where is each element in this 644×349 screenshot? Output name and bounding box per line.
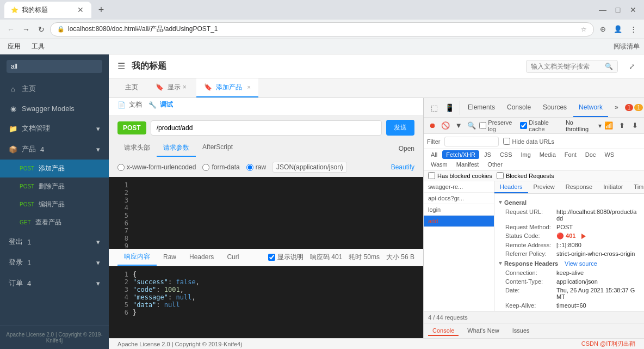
settings-btn[interactable]: ⋮ (627, 23, 640, 36)
dt-tab-more[interactable]: » (609, 98, 624, 117)
ft-img[interactable]: Img (517, 150, 535, 159)
preserve-log-cb[interactable]: Preserve log (479, 119, 518, 132)
dbb-whats-new-btn[interactable]: What's New (463, 326, 503, 336)
ft-ws[interactable]: WS (600, 150, 618, 159)
search-network-btn[interactable]: 🔍 (466, 120, 477, 132)
bookmark-star-icon[interactable]: ☆ (581, 26, 587, 33)
export-btn[interactable]: ⬇ (629, 120, 641, 132)
sidebar-item-view-product[interactable]: GET 查看产品 (0, 213, 109, 231)
resp-headers-section-header[interactable]: ▾ Response Headers View source (499, 258, 640, 268)
net-req-login[interactable]: login (424, 204, 494, 216)
option-raw[interactable]: raw (246, 163, 266, 171)
ft-other[interactable]: Other (484, 160, 506, 169)
sidebar-item-home[interactable]: ⌂ 主页 (0, 78, 109, 99)
req-tab-afterscript[interactable]: AfterScript (196, 140, 239, 157)
resp-headers-view-source[interactable]: View source (565, 260, 597, 267)
sidebar-search-input[interactable] (7, 60, 102, 73)
rd-tab-initiator[interactable]: Initiator (598, 181, 628, 193)
clear-btn[interactable]: 🚫 (440, 120, 451, 132)
ft-wasm[interactable]: Wasm (427, 160, 451, 169)
tab-add-product[interactable]: 🔖 添加产品 × (196, 78, 258, 97)
profile-btn[interactable]: 👤 (611, 23, 624, 36)
reload-btn[interactable]: ↻ (35, 23, 48, 36)
sidebar-item-edit-product[interactable]: POST 编辑产品 (0, 195, 109, 213)
bookmark-tools[interactable]: 工具 (28, 41, 48, 52)
rd-tab-timing[interactable]: Timing (628, 181, 644, 193)
import-btn[interactable]: ⬆ (616, 120, 628, 132)
tab-show[interactable]: 🔖 显示 × (148, 78, 194, 97)
ft-js[interactable]: JS (480, 150, 495, 159)
sidebar-item-delete-product[interactable]: POST 删除产品 (0, 177, 109, 195)
sidebar-item-add-product[interactable]: POST 添加产品 (0, 160, 109, 177)
ft-all[interactable]: All (427, 150, 441, 159)
sidebar-item-logout[interactable]: 登出 1 ▾ (0, 231, 109, 252)
resp-tab-headers[interactable]: Headers (183, 250, 220, 265)
show-desc-checkbox[interactable]: 显示说明 (268, 253, 304, 262)
throttle-dropdown-icon[interactable]: ▾ (598, 122, 602, 130)
section-debug-label[interactable]: 🔧 调试 (148, 100, 173, 109)
sidebar-item-login[interactable]: 登录 1 ▾ (0, 252, 109, 273)
record-btn[interactable]: ⏺ (427, 120, 438, 132)
ft-fetch-xhr[interactable]: Fetch/XHR (442, 150, 479, 159)
net-req-add[interactable]: add (424, 216, 494, 227)
rd-tab-preview[interactable]: Preview (528, 181, 560, 193)
search-icon[interactable]: 🔍 (605, 63, 613, 70)
general-section-header[interactable]: ▾ General (499, 197, 640, 207)
expand-icon[interactable]: ⤢ (629, 62, 635, 71)
ft-css[interactable]: CSS (496, 150, 516, 159)
device-btn[interactable]: 📱 (442, 101, 456, 115)
new-tab-btn[interactable]: + (94, 2, 109, 17)
send-button[interactable]: 发送 (386, 120, 414, 136)
request-body-editor[interactable]: 1 2 3 4 5 6 7 8 9 10 (109, 177, 423, 249)
forward-btn[interactable]: → (20, 23, 33, 36)
restore-btn[interactable]: □ (611, 3, 624, 16)
dbb-issues-btn[interactable]: Issues (508, 326, 534, 336)
close-browser-btn[interactable]: ✕ (627, 3, 640, 16)
resp-tab-raw[interactable]: Raw (157, 250, 183, 265)
net-req-swagger[interactable]: swagger-re... (424, 181, 494, 193)
resp-tab-curl[interactable]: Curl (220, 250, 245, 265)
tab-add-close[interactable]: × (247, 84, 250, 90)
net-req-api-docs[interactable]: api-docs?gr... (424, 193, 494, 204)
resp-tab-content[interactable]: 响应内容 (117, 249, 157, 266)
rd-tab-headers[interactable]: Headers (494, 181, 528, 193)
option-formdata[interactable]: form-data (202, 163, 239, 171)
dt-tab-elements[interactable]: Elements (462, 98, 500, 117)
filter-btn[interactable]: ▼ (453, 120, 464, 132)
filter-input[interactable] (444, 137, 499, 146)
sidebar-item-swagger[interactable]: ◉ Swagger Models (0, 99, 109, 118)
online-icon[interactable]: 📶 (603, 120, 615, 132)
rd-tab-response[interactable]: Response (560, 181, 598, 193)
ft-font[interactable]: Font (561, 150, 580, 159)
beautify-btn[interactable]: Beautify (391, 163, 414, 171)
ft-manifest[interactable]: Manifest (453, 160, 483, 169)
section-doc-label[interactable]: 📄 文档 (117, 100, 142, 109)
dt-tab-network[interactable]: Network (573, 98, 608, 117)
browser-tab[interactable]: ⭐ 我的标题 ✕ (4, 2, 91, 18)
dt-tab-sources[interactable]: Sources (537, 98, 572, 117)
inspect-btn[interactable]: ⬚ (427, 101, 441, 115)
has-blocked-cookies-cb[interactable]: Has blocked cookies (428, 172, 492, 179)
tab-show-close[interactable]: × (183, 83, 187, 91)
blocked-requests-cb[interactable]: Blocked Requests (497, 172, 554, 179)
bookmark-apps[interactable]: 应用 (4, 41, 24, 52)
header-search-input[interactable] (531, 63, 602, 70)
hide-data-urls-cb[interactable]: Hide data URLs (503, 138, 554, 145)
minimize-btn[interactable]: — (596, 3, 609, 16)
ft-doc[interactable]: Doc (581, 150, 600, 159)
tab-home[interactable]: 主页 (117, 78, 146, 97)
sidebar-item-doc-mgmt[interactable]: 📁 文档管理 ▾ (0, 118, 109, 139)
ft-media[interactable]: Media (536, 150, 560, 159)
req-tab-params[interactable]: 请求参数 (157, 140, 196, 157)
option-urlencoded[interactable]: x-www-form-urlencoded (117, 163, 196, 171)
url-input[interactable] (151, 120, 382, 136)
disable-cache-cb[interactable]: Disable cache (520, 119, 562, 132)
address-bar[interactable]: 🔒 localhost:8080/doc.html#/all/产品/addUsi… (50, 22, 594, 36)
tab-close-btn[interactable]: ✕ (76, 5, 85, 14)
sidebar-item-product[interactable]: 📦 产品 4 ▾ (0, 139, 109, 160)
dt-tab-console[interactable]: Console (501, 98, 536, 117)
extensions-btn[interactable]: ⊕ (596, 23, 609, 36)
sidebar-item-order[interactable]: 订单 4 ▾ (0, 273, 109, 293)
back-btn[interactable]: ← (4, 23, 17, 36)
req-tab-headers[interactable]: 请求头部 (117, 140, 157, 157)
